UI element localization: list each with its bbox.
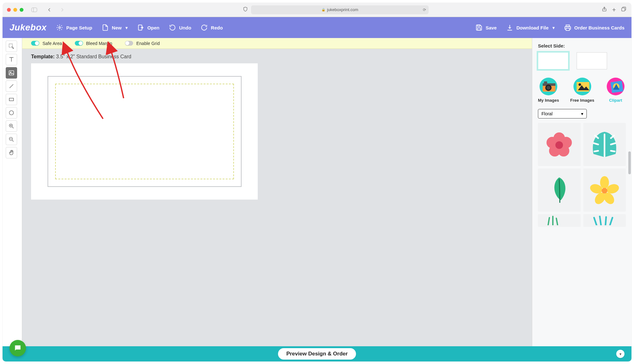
svg-rect-9 xyxy=(9,71,14,75)
window-traffic-lights xyxy=(7,8,23,12)
toggle-safe-area[interactable]: Safe Area xyxy=(31,41,62,46)
nav-back[interactable] xyxy=(45,6,54,14)
tool-line[interactable] xyxy=(6,80,17,92)
preview-order-button[interactable]: Preview Design & Order xyxy=(278,348,356,360)
window-zoom[interactable] xyxy=(20,8,23,12)
file-icon xyxy=(102,24,109,31)
svg-line-51 xyxy=(594,218,597,225)
chevron-down-icon: ▾ xyxy=(126,25,128,30)
svg-line-53 xyxy=(605,217,606,225)
camera-icon xyxy=(538,77,559,96)
browser-chrome: 🔒 jukeboxprint.com ⟳ + xyxy=(3,3,631,17)
clipart-icon xyxy=(605,77,626,96)
clipart-grid xyxy=(538,123,626,227)
tabs-icon[interactable] xyxy=(621,6,626,13)
tool-pan[interactable] xyxy=(6,147,17,158)
toggle-grid[interactable]: Enable Grid xyxy=(125,41,160,46)
clipart-item[interactable] xyxy=(583,214,626,227)
svg-point-20 xyxy=(547,86,550,90)
printer-icon xyxy=(564,24,571,31)
side-back-thumb[interactable] xyxy=(577,52,607,69)
right-panel: Select Side: My Images xyxy=(532,38,631,346)
open-button[interactable]: Open xyxy=(137,24,159,31)
share-icon[interactable] xyxy=(602,6,607,13)
reload-icon[interactable]: ⟳ xyxy=(423,8,426,12)
svg-line-41 xyxy=(611,151,615,151)
import-icon xyxy=(137,24,144,31)
nav-forward[interactable] xyxy=(58,6,66,14)
clipart-item[interactable] xyxy=(583,123,626,166)
svg-rect-21 xyxy=(544,81,547,83)
svg-point-25 xyxy=(579,83,581,86)
download-icon xyxy=(506,24,513,31)
download-button[interactable]: Download File ▾ xyxy=(506,24,555,31)
bottom-bar: Preview Design & Order ▾ xyxy=(3,346,631,361)
svg-point-34 xyxy=(555,141,563,149)
toggle-switch[interactable] xyxy=(31,41,39,46)
svg-rect-6 xyxy=(566,25,569,27)
svg-line-54 xyxy=(610,218,612,225)
svg-line-52 xyxy=(600,216,601,225)
tab-free-images[interactable]: Free Images xyxy=(570,77,594,103)
new-button[interactable]: New ▾ xyxy=(102,24,128,31)
undo-button[interactable]: Undo xyxy=(169,24,191,31)
clipart-category-select[interactable]: Floral ▾ xyxy=(538,109,587,118)
clipart-item[interactable] xyxy=(538,123,581,166)
svg-point-2 xyxy=(59,27,61,29)
tool-image[interactable] xyxy=(6,67,17,79)
canvas-area[interactable] xyxy=(31,63,258,200)
svg-rect-1 xyxy=(622,8,625,11)
card-bleed xyxy=(48,76,242,187)
svg-line-38 xyxy=(594,151,598,151)
side-front-thumb[interactable] xyxy=(538,52,568,69)
chevron-down-icon: ▾ xyxy=(553,25,555,30)
tool-zoom-out[interactable] xyxy=(6,134,17,145)
tool-text[interactable] xyxy=(6,54,17,65)
order-button[interactable]: Order Business Cards xyxy=(564,24,624,31)
right-scrollbar[interactable] xyxy=(628,151,631,342)
sidebar-toggle[interactable] xyxy=(30,6,38,14)
gallery-icon xyxy=(572,77,592,96)
tool-circle[interactable] xyxy=(6,107,17,118)
redo-button[interactable]: Redo xyxy=(201,24,223,31)
address-bar[interactable]: 🔒 jukeboxprint.com ⟳ xyxy=(251,5,429,14)
svg-rect-4 xyxy=(477,25,480,27)
address-url: jukeboxprint.com xyxy=(327,7,358,12)
clipart-item[interactable] xyxy=(583,169,626,212)
svg-point-13 xyxy=(9,111,13,115)
clipart-item[interactable] xyxy=(538,214,581,227)
privacy-shield-icon[interactable] xyxy=(243,7,248,13)
tab-my-images[interactable]: My Images xyxy=(538,77,559,103)
chat-launcher[interactable] xyxy=(10,340,26,356)
new-tab-icon[interactable]: + xyxy=(612,6,616,14)
page-setup-button[interactable]: Page Setup xyxy=(56,24,92,31)
svg-line-48 xyxy=(548,218,549,225)
svg-point-42 xyxy=(600,176,609,189)
logo[interactable]: Jukebox xyxy=(10,22,47,33)
toggle-bleed[interactable]: Bleed Margin xyxy=(75,41,113,46)
tool-rectangle[interactable] xyxy=(6,94,17,105)
window-minimize[interactable] xyxy=(13,8,17,12)
clipart-item[interactable] xyxy=(538,169,581,212)
svg-line-50 xyxy=(556,218,558,225)
redo-icon xyxy=(201,24,208,31)
toggle-switch[interactable] xyxy=(125,41,133,46)
template-label: Template: 3.5" x 2" Standard Business Ca… xyxy=(22,49,532,62)
card-safe-area xyxy=(55,84,234,179)
svg-line-11 xyxy=(10,84,13,88)
select-side-label: Select Side: xyxy=(538,43,626,48)
save-icon xyxy=(476,24,482,31)
tool-zoom-in[interactable] xyxy=(6,120,17,132)
gear-icon xyxy=(56,24,63,31)
save-button[interactable]: Save xyxy=(476,24,497,31)
window-close[interactable] xyxy=(7,8,11,12)
chevron-down-icon: ▾ xyxy=(581,111,583,116)
toggle-switch[interactable] xyxy=(75,41,83,46)
svg-rect-7 xyxy=(566,28,569,30)
view-options-bar: Safe Area Bleed Margin Enable Grid xyxy=(22,38,532,49)
tool-select[interactable] xyxy=(6,41,17,52)
svg-rect-5 xyxy=(477,28,480,30)
bottom-collapse[interactable]: ▾ xyxy=(616,350,624,358)
tab-clipart[interactable]: Clipart xyxy=(605,77,626,103)
svg-point-47 xyxy=(602,188,607,194)
